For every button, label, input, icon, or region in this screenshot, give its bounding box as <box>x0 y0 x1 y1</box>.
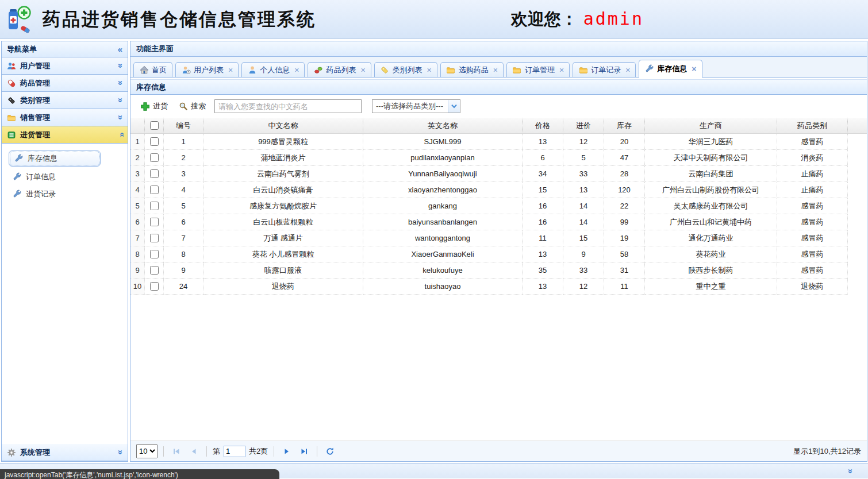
chevron-down-icon[interactable]: » <box>116 63 125 68</box>
tab[interactable]: 个人信息× <box>241 62 305 77</box>
chevron-down-icon[interactable] <box>448 100 460 113</box>
row-checkbox[interactable] <box>150 169 159 178</box>
tab-label: 选购药品 <box>459 65 489 75</box>
search-input[interactable] <box>214 99 362 113</box>
refresh-icon[interactable] <box>323 445 337 458</box>
category-select[interactable]: ---请选择药品类别--- <box>372 99 460 113</box>
pager-summary: 显示1到10,共12记录 <box>793 446 861 457</box>
sidebar-item[interactable]: 进货记录 <box>2 186 128 203</box>
row-checkbox[interactable] <box>150 250 159 258</box>
table-row[interactable]: 66白云山板蓝根颗粒baiyunsanbanlangen161499广州白云山和… <box>130 214 867 230</box>
next-page-icon[interactable] <box>280 445 294 458</box>
wrench-icon <box>14 154 24 164</box>
table-row[interactable]: 44白云山消炎镇痛膏xiaoyanzhentonggao1513120广州白云山… <box>130 182 867 198</box>
select-all-checkbox[interactable] <box>150 121 159 130</box>
chevron-down-icon[interactable]: » <box>846 469 855 473</box>
users-icon <box>6 61 16 71</box>
tab-label: 库存信息 <box>657 64 687 74</box>
cell-en-name: YunnanBaiiyaoqiwuji <box>363 166 523 182</box>
category-select-value: ---请选择药品类别--- <box>372 101 448 111</box>
chevron-down-icon[interactable]: » <box>116 450 125 454</box>
close-icon[interactable]: × <box>625 66 630 74</box>
sidebar-item[interactable]: 库存信息 <box>9 150 101 167</box>
cell-checkbox <box>145 262 164 279</box>
chevron-down-icon[interactable]: » <box>116 80 125 85</box>
last-page-icon[interactable] <box>297 445 311 458</box>
purchase-button-label: 进货 <box>153 101 168 111</box>
cell-category: 感冒药 <box>777 134 848 150</box>
close-icon[interactable]: × <box>493 66 498 74</box>
sidebar-menu[interactable]: 类别管理» <box>2 92 128 109</box>
tab[interactable]: 订单管理× <box>506 62 570 77</box>
cell-cost: 12 <box>563 134 604 150</box>
page-number-input[interactable] <box>224 446 245 457</box>
table-row[interactable]: 33云南白药气雾剂YunnanBaiiyaoqiwuji343328云南白药集团… <box>130 166 867 182</box>
tabs-bar: 首页用户列表×个人信息×药品列表×类别列表×选购药品×订单管理×订单记录×库存信… <box>130 57 867 78</box>
sidebar-menu[interactable]: 进货管理» <box>2 126 128 144</box>
main-panel: 功能主界面 首页用户列表×个人信息×药品列表×类别列表×选购药品×订单管理×订单… <box>130 41 867 462</box>
cell-cn-name: 感康复方氨酚烷胺片 <box>203 198 363 214</box>
row-checkbox[interactable] <box>150 137 159 146</box>
table-row[interactable]: 1024退烧药tuishaoyao131211重中之重退烧药 <box>130 279 867 295</box>
cell-price: 13 <box>523 279 563 295</box>
header-cost: 进价 <box>563 118 604 133</box>
close-icon[interactable]: × <box>360 66 365 74</box>
row-checkbox[interactable] <box>150 186 159 194</box>
close-icon[interactable]: × <box>692 65 696 73</box>
sidebar-menu[interactable]: 销售管理» <box>2 109 128 126</box>
tab[interactable]: 用户列表× <box>175 62 239 77</box>
close-icon[interactable]: × <box>294 66 299 74</box>
cell-id: 3 <box>164 166 203 182</box>
header-checkbox <box>145 118 164 133</box>
prev-page-icon[interactable] <box>187 445 201 458</box>
cell-price: 11 <box>523 230 563 246</box>
tab[interactable]: 订单记录× <box>573 62 636 77</box>
table-row[interactable]: 55感康复方氨酚烷胺片gankang161422吴太感康药业有限公司感冒药 <box>130 198 867 214</box>
cell-cn-name: 999感冒灵颗粒 <box>203 134 363 150</box>
collapse-left-icon[interactable]: « <box>118 45 122 53</box>
table-row[interactable]: 77万通 感通片wantonggantong111519通化万通药业感冒药 <box>130 230 867 246</box>
tab[interactable]: 药品列表× <box>308 62 371 77</box>
table-row[interactable]: 88葵花 小儿感冒颗粒XiaoerGanmaoKeli13958葵花药业感冒药 <box>130 246 867 262</box>
table-row[interactable]: 11999感冒灵颗粒SJGML999131220华润三九医药感冒药 <box>130 134 867 150</box>
chevron-down-icon[interactable]: » <box>116 115 125 119</box>
page-size-select[interactable]: 10 <box>136 444 158 458</box>
cell-stock: 11 <box>604 279 645 295</box>
tab[interactable]: 库存信息× <box>639 60 702 78</box>
search-button[interactable]: 搜索 <box>174 99 210 113</box>
sidebar-menu[interactable]: 药品管理» <box>2 75 128 92</box>
close-icon[interactable]: × <box>427 66 432 74</box>
cell-stock: 19 <box>604 230 645 246</box>
sidebar-menu[interactable]: 用户管理» <box>2 57 128 75</box>
cell-category: 感冒药 <box>777 198 848 214</box>
header-en-name: 英文名称 <box>363 118 523 133</box>
cell-price: 13 <box>523 134 563 150</box>
tag2-icon <box>380 65 390 75</box>
person-icon <box>247 65 257 75</box>
tab[interactable]: 选购药品× <box>440 62 504 77</box>
tab[interactable]: 类别列表× <box>374 62 437 77</box>
tab[interactable]: 首页 <box>133 62 172 77</box>
table-row[interactable]: 22蒲地蓝消炎片pudilanxiaoyanpian6547天津中天制药有限公司… <box>130 150 867 166</box>
chevron-down-icon[interactable]: » <box>116 98 125 102</box>
row-filler <box>848 150 867 166</box>
row-checkbox[interactable] <box>150 218 159 226</box>
row-checkbox[interactable] <box>150 153 159 162</box>
folder-icon <box>578 65 588 75</box>
row-checkbox[interactable] <box>150 266 159 275</box>
purchase-button[interactable]: 进货 <box>136 99 172 113</box>
sidebar-accordion: 用户管理»药品管理»类别管理»销售管理»进货管理»库存信息订单信息进货记录系统管… <box>2 57 128 461</box>
chevron-up-icon[interactable]: » <box>116 132 125 137</box>
app-header: 药品进货销售仓储信息管理系统 欢迎您： admin <box>0 0 868 39</box>
sidebar-menu[interactable]: 系统管理» <box>2 444 128 461</box>
row-checkbox[interactable] <box>150 202 159 210</box>
first-page-icon[interactable] <box>170 445 183 458</box>
table-row[interactable]: 99咳露口服液kelukoufuye353331陕西步长制药感冒药 <box>130 262 867 279</box>
close-icon[interactable]: × <box>228 66 233 74</box>
sidebar-item[interactable]: 订单信息 <box>2 168 128 186</box>
cell-stock: 31 <box>604 262 645 279</box>
row-checkbox[interactable] <box>150 234 159 242</box>
close-icon[interactable]: × <box>559 66 564 74</box>
row-checkbox[interactable] <box>150 282 159 291</box>
tab-label: 个人信息 <box>260 65 290 75</box>
